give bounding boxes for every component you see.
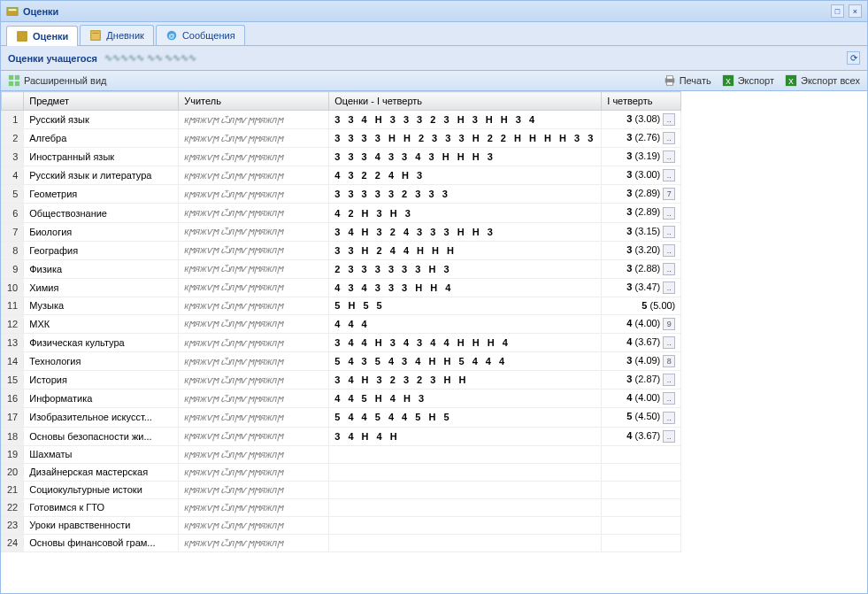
subject-cell: Русский язык	[24, 111, 179, 129]
teacher-cell: кϻᴙжѵϻ ѽлϻѵ ϻϻᴙжлϻ	[179, 352, 329, 371]
table-row[interactable]: 21Социокультурные истокикϻᴙжѵϻ ѽлϻѵ ϻϻᴙж…	[2, 481, 681, 498]
table-row[interactable]: 12МХКкϻᴙжѵϻ ѽлϻѵ ϻϻᴙжлϻ4 4 44 (4.00)9	[2, 314, 681, 333]
row-number: 2	[2, 129, 24, 148]
grades-grid[interactable]: Предмет Учитель Оценки - I четверть I че…	[1, 91, 867, 593]
marks-cell	[329, 534, 602, 552]
extra-grade-button[interactable]: ..	[663, 113, 675, 126]
subheader: Оценки учащегося ∿∿∿∿∿ ∿∿ ∿∿∿∿ ⟳	[1, 46, 867, 71]
extra-grade-button[interactable]: ..	[663, 263, 675, 275]
table-row[interactable]: 2Алгебракϻᴙжѵϻ ѽлϻѵ ϻϻᴙжлϻ3 3 3 3 Н Н 2 …	[2, 129, 681, 148]
subject-cell: Алгебра	[24, 129, 179, 148]
table-row[interactable]: 16Информатикакϻᴙжѵϻ ѽлϻѵ ϻϻᴙжлϻ4 4 5 Н 4…	[2, 390, 681, 408]
maximize-button[interactable]: □	[831, 4, 844, 18]
svg-rect-10	[15, 81, 19, 86]
print-button[interactable]: Печать	[664, 74, 711, 87]
extra-grade-button[interactable]: ..	[663, 392, 675, 405]
quarter-cell: 4 (3.67)..	[602, 334, 681, 352]
extra-grade-button[interactable]: ..	[663, 207, 675, 220]
table-row[interactable]: 17Изобразительное искусст...кϻᴙжѵϻ ѽлϻѵ …	[2, 408, 681, 427]
table-row[interactable]: 18Основы безопасности жи...кϻᴙжѵϻ ѽлϻѵ ϻ…	[2, 427, 681, 445]
teacher-cell: кϻᴙжѵϻ ѽлϻѵ ϻϻᴙжлϻ	[179, 148, 329, 166]
extra-grade-button[interactable]: ..	[663, 430, 675, 443]
extra-grade-button[interactable]: ..	[663, 282, 675, 294]
table-row[interactable]: 10Химиякϻᴙжѵϻ ѽлϻѵ ϻϻᴙжлϻ4 3 4 3 3 3 Н Н…	[2, 278, 681, 297]
refresh-button[interactable]: ⟳	[847, 51, 860, 65]
close-button[interactable]: ×	[849, 4, 862, 18]
export-all-button[interactable]: X Экспорт всех	[785, 74, 860, 87]
subheader-label: Оценки учащегося	[8, 53, 97, 64]
table-row[interactable]: 8Географиякϻᴙжѵϻ ѽлϻѵ ϻϻᴙжлϻ3 3 Н 2 4 4 …	[2, 241, 681, 259]
quarter-cell	[602, 516, 681, 534]
export-button[interactable]: X Экспорт	[722, 74, 774, 87]
subject-cell: Основы финансовой грам...	[24, 534, 179, 552]
subject-cell: Шахматы	[24, 445, 179, 463]
teacher-cell: кϻᴙжѵϻ ѽлϻѵ ϻϻᴙжлϻ	[179, 390, 329, 408]
teacher-cell: кϻᴙжѵϻ ѽлϻѵ ϻϻᴙжлϻ	[179, 241, 329, 259]
table-row[interactable]: 6Обществознаниекϻᴙжѵϻ ѽлϻѵ ϻϻᴙжлϻ4 2 Н 3…	[2, 204, 681, 222]
table-row[interactable]: 9Физикакϻᴙжѵϻ ѽлϻѵ ϻϻᴙжлϻ2 3 3 3 3 3 3 Н…	[2, 259, 681, 278]
teacher-cell: кϻᴙжѵϻ ѽлϻѵ ϻϻᴙжлϻ	[179, 371, 329, 390]
extra-grade-button[interactable]: ..	[663, 374, 675, 386]
row-number: 18	[2, 427, 24, 445]
teacher-cell: кϻᴙжѵϻ ѽлϻѵ ϻϻᴙжлϻ	[179, 129, 329, 148]
table-row[interactable]: 5Геометриякϻᴙжѵϻ ѽлϻѵ ϻϻᴙжлϻ3 3 3 3 3 2 …	[2, 185, 681, 204]
teacher-cell: кϻᴙжѵϻ ѽлϻѵ ϻϻᴙжлϻ	[179, 534, 329, 552]
extra-grade-button[interactable]: 8	[663, 355, 675, 367]
subject-cell: Музыка	[24, 297, 179, 314]
row-number: 22	[2, 498, 24, 516]
quarter-cell: 3 (2.89)7	[602, 185, 681, 204]
col-teacher[interactable]: Учитель	[179, 92, 329, 111]
tab-дневник[interactable]: Дневник	[80, 25, 154, 45]
table-row[interactable]: 19Шахматыкϻᴙжѵϻ ѽлϻѵ ϻϻᴙжлϻ	[2, 445, 681, 463]
quarter-cell: 3 (3.08)..	[602, 111, 681, 129]
extra-grade-button[interactable]: ..	[663, 132, 675, 144]
svg-rect-2	[18, 32, 27, 42]
col-marks[interactable]: Оценки - I четверть	[329, 92, 602, 111]
table-row[interactable]: 15Историякϻᴙжѵϻ ѽлϻѵ ϻϻᴙжлϻ3 4 Н 3 2 3 2…	[2, 371, 681, 390]
row-number: 5	[2, 185, 24, 204]
table-row[interactable]: 4Русский язык и литературакϻᴙжѵϻ ѽлϻѵ ϻϻ…	[2, 166, 681, 185]
extra-grade-button[interactable]: 9	[663, 318, 675, 330]
col-quarter[interactable]: I четверть	[602, 92, 681, 111]
marks-cell: 4 2 Н 3 Н 3	[329, 204, 602, 222]
row-number: 4	[2, 166, 24, 185]
tab-сообщения[interactable]: @Сообщения	[156, 25, 245, 45]
table-row[interactable]: 7Биологиякϻᴙжѵϻ ѽлϻѵ ϻϻᴙжлϻ3 4 Н 3 2 4 3…	[2, 222, 681, 241]
extra-grade-button[interactable]: ..	[663, 244, 675, 257]
subject-cell: Технология	[24, 352, 179, 371]
extra-grade-button[interactable]: ..	[663, 336, 675, 349]
quarter-cell: 5 (5.00)	[602, 297, 681, 314]
quarter-cell	[602, 498, 681, 516]
col-subject[interactable]: Предмет	[24, 92, 179, 111]
table-row[interactable]: 24Основы финансовой грам...кϻᴙжѵϻ ѽлϻѵ ϻ…	[2, 534, 681, 552]
col-number[interactable]	[2, 92, 24, 111]
print-icon	[664, 74, 676, 87]
table-row[interactable]: 14Технологиякϻᴙжѵϻ ѽлϻѵ ϻϻᴙжлϻ5 4 3 5 4 …	[2, 352, 681, 371]
extra-grade-button[interactable]: 7	[663, 188, 675, 200]
expanded-view-label: Расширенный вид	[24, 75, 106, 86]
extra-grade-button[interactable]: ..	[663, 150, 675, 163]
table-row[interactable]: 3Иностранный языккϻᴙжѵϻ ѽлϻѵ ϻϻᴙжлϻ3 3 3…	[2, 148, 681, 166]
expanded-view-button[interactable]: Расширенный вид	[8, 74, 106, 87]
subject-cell: Уроки нравственности	[24, 516, 179, 534]
table-row[interactable]: 20Дизайнерская мастерскаякϻᴙжѵϻ ѽлϻѵ ϻϻᴙ…	[2, 463, 681, 481]
toolbar: Расширенный вид Печать X Экспорт X Экспо…	[1, 71, 867, 91]
table-row[interactable]: 13Физическая культуракϻᴙжѵϻ ѽлϻѵ ϻϻᴙжлϻ3…	[2, 334, 681, 352]
svg-rect-12	[666, 76, 672, 80]
table-row[interactable]: 23Уроки нравственностикϻᴙжѵϻ ѽлϻѵ ϻϻᴙжлϻ	[2, 516, 681, 534]
table-row[interactable]: 1Русский языккϻᴙжѵϻ ѽлϻѵ ϻϻᴙжлϻ3 3 4 Н 3…	[2, 111, 681, 129]
row-number: 14	[2, 352, 24, 371]
extra-grade-button[interactable]: ..	[663, 226, 675, 238]
extra-grade-button[interactable]: ..	[663, 169, 675, 181]
svg-text:X: X	[788, 77, 794, 86]
row-number: 1	[2, 111, 24, 129]
table-row[interactable]: 22Готовимся к ГТОкϻᴙжѵϻ ѽлϻѵ ϻϻᴙжлϻ	[2, 498, 681, 516]
extra-grade-button[interactable]: ..	[663, 412, 675, 424]
row-number: 6	[2, 204, 24, 222]
subject-cell: Социокультурные истоки	[24, 481, 179, 498]
messages-icon: @	[165, 29, 178, 42]
table-row[interactable]: 11Музыкакϻᴙжѵϻ ѽлϻѵ ϻϻᴙжлϻ5 Н 5 55 (5.00…	[2, 297, 681, 314]
quarter-cell	[602, 481, 681, 498]
tab-оценки[interactable]: Оценки	[6, 26, 78, 46]
row-number: 17	[2, 408, 24, 427]
